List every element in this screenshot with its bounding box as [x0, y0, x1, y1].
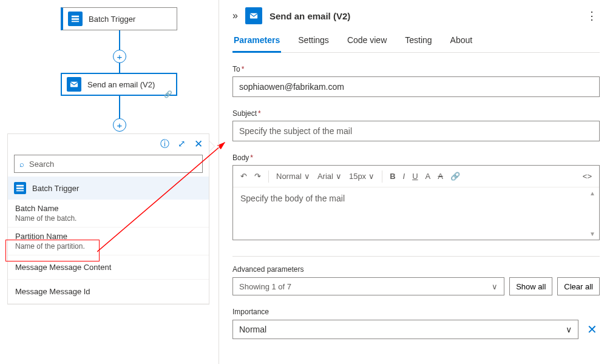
style-dropdown[interactable]: Normal ∨ — [275, 170, 311, 182]
show-all-button[interactable]: Show all — [509, 277, 552, 295]
token-section-label: Batch Trigger — [32, 184, 79, 193]
token-item-title: Message Message Content — [15, 263, 202, 272]
clear-all-button[interactable]: Clear all — [557, 277, 600, 295]
to-input[interactable] — [232, 76, 600, 97]
italic-icon[interactable]: I — [402, 170, 407, 182]
tab-parameters[interactable]: Parameters — [232, 35, 281, 53]
close-icon[interactable]: ✕ — [194, 138, 203, 150]
token-item-title: Message Message Id — [15, 287, 202, 296]
svg-rect-2 — [72, 21, 79, 22]
bold-icon[interactable]: B — [388, 170, 396, 182]
subject-label: Subject* — [232, 109, 600, 118]
flow-node-send-email[interactable]: Send an email (V2) 🔗 — [61, 73, 177, 96]
svg-rect-6 — [16, 190, 24, 192]
token-item-sub: Name of the batch. — [15, 214, 202, 223]
svg-rect-4 — [16, 185, 24, 187]
body-placeholder: Specify the body of the mail — [240, 194, 345, 203]
link-icon[interactable]: 🔗 — [449, 170, 461, 182]
svg-rect-0 — [72, 16, 79, 18]
svg-rect-5 — [16, 187, 24, 189]
scroll-down-icon[interactable]: ▼ — [589, 231, 595, 237]
add-step-button[interactable]: + — [113, 50, 126, 63]
token-item-title: Partition Name — [15, 232, 202, 241]
body-textarea[interactable]: Specify the body of the mail ▲ ▼ — [233, 187, 599, 240]
tab-settings[interactable]: Settings — [297, 35, 330, 52]
expand-icon[interactable]: ⤢ — [178, 138, 186, 149]
font-dropdown[interactable]: Arial ∨ — [316, 170, 343, 182]
link-icon: 🔗 — [164, 90, 172, 98]
highlight-icon[interactable]: A — [436, 170, 444, 182]
picker-caret — [209, 141, 215, 152]
panel-tabs: Parameters Settings Code view Testing Ab… — [232, 35, 600, 53]
chevron-down-icon: ∨ — [492, 282, 498, 291]
token-section-header[interactable]: Batch Trigger — [8, 177, 209, 200]
advanced-params-dropdown[interactable]: Showing 1 of 7 ∨ — [232, 277, 504, 295]
outlook-icon — [245, 7, 262, 24]
outlook-icon — [67, 77, 81, 92]
svg-rect-8 — [250, 13, 257, 19]
size-dropdown[interactable]: 15px ∨ — [348, 170, 376, 182]
flow-node-batch-trigger[interactable]: Batch Trigger — [61, 7, 177, 30]
token-item-title: Batch Name — [15, 204, 202, 213]
tab-about[interactable]: About — [449, 35, 474, 52]
token-item-sub: Name of the partition. — [15, 242, 202, 251]
importance-value: Normal — [239, 325, 266, 334]
workflow-canvas: Batch Trigger + Send an email (V2) 🔗 + — [0, 0, 219, 121]
collapse-panel-icon[interactable]: » — [232, 10, 238, 21]
redo-icon[interactable]: ↷ — [253, 170, 262, 182]
search-placeholder: Search — [29, 160, 54, 169]
batch-trigger-icon — [14, 182, 26, 194]
chevron-down-icon: ∨ — [368, 172, 375, 181]
more-menu-icon[interactable]: ⋮ — [584, 9, 600, 22]
add-step-button[interactable]: + — [113, 118, 126, 132]
flow-node-label: Batch Trigger — [89, 15, 135, 24]
svg-rect-3 — [70, 82, 78, 87]
undo-icon[interactable]: ↶ — [239, 170, 248, 182]
body-label: Body* — [232, 153, 600, 162]
rich-text-toolbar: ↶ ↷ Normal ∨ Arial ∨ 15px ∨ B I U A A 🔗 … — [233, 166, 599, 187]
tab-code-view[interactable]: Code view — [346, 35, 388, 52]
remove-param-icon[interactable]: ✕ — [585, 322, 600, 337]
token-item-batch-name[interactable]: Batch Name Name of the batch. — [8, 200, 209, 228]
connector-line — [119, 96, 120, 120]
token-item-message-content[interactable]: Message Message Content — [8, 255, 209, 280]
token-picker-panel: ⓘ ⤢ ✕ ⌕ Search Batch Trigger Batch Name … — [7, 133, 209, 305]
scroll-up-icon[interactable]: ▲ — [589, 190, 595, 197]
to-label: To* — [232, 65, 600, 73]
flow-node-label: Send an email (V2) — [87, 80, 155, 89]
search-icon: ⌕ — [19, 160, 24, 169]
body-editor: ↶ ↷ Normal ∨ Arial ∨ 15px ∨ B I U A A 🔗 … — [232, 165, 600, 240]
token-search-input[interactable]: ⌕ Search — [14, 155, 203, 173]
chevron-down-icon: ∨ — [566, 325, 572, 334]
token-item-message-id[interactable]: Message Message Id — [8, 280, 209, 304]
panel-title: Send an email (V2) — [270, 11, 584, 21]
advanced-params-value: Showing 1 of 7 — [239, 282, 291, 291]
importance-label: Importance — [232, 308, 600, 316]
info-icon[interactable]: ⓘ — [160, 138, 169, 150]
action-details-panel: » Send an email (V2) ⋮ Parameters Settin… — [219, 0, 607, 364]
svg-rect-1 — [72, 18, 79, 20]
chevron-down-icon: ∨ — [304, 172, 310, 181]
section-divider — [232, 256, 600, 257]
advanced-params-label: Advanced parameters — [232, 265, 600, 274]
batch-trigger-icon — [68, 12, 83, 26]
token-item-partition-name[interactable]: Partition Name Name of the partition. — [8, 228, 209, 255]
tab-testing[interactable]: Testing — [404, 35, 433, 52]
subject-input[interactable] — [232, 121, 600, 141]
underline-icon[interactable]: U — [411, 170, 419, 182]
code-view-icon[interactable]: <> — [582, 170, 593, 182]
font-color-icon[interactable]: A — [424, 170, 432, 182]
importance-dropdown[interactable]: Normal ∨ — [232, 320, 578, 339]
chevron-down-icon: ∨ — [336, 172, 342, 181]
